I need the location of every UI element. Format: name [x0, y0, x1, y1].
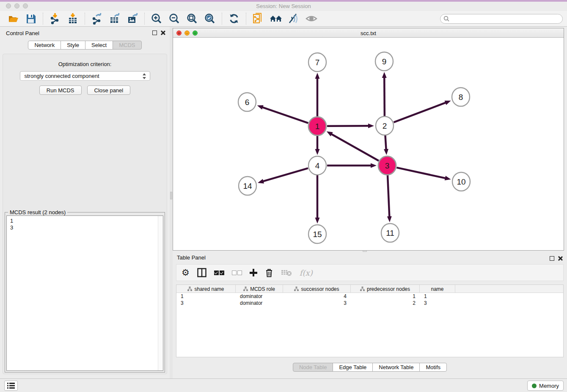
gear-icon[interactable]: ⚙	[182, 267, 190, 278]
mcds-result-box[interactable]: 13	[6, 215, 163, 371]
close-panel-icon[interactable]	[558, 256, 563, 261]
zoom-selected-icon[interactable]	[204, 12, 216, 25]
export-table-icon[interactable]	[108, 12, 121, 25]
tab-edge-table[interactable]: Edge Table	[333, 363, 373, 372]
refresh-network-icon[interactable]	[228, 12, 240, 25]
toolbar-separator	[43, 13, 43, 25]
edge-2-9[interactable]	[384, 77, 385, 116]
window-title: Session: New Session	[0, 3, 567, 9]
eye-icon[interactable]	[305, 12, 318, 25]
memory-button[interactable]: Memory	[527, 381, 564, 391]
export-image-icon[interactable]	[126, 12, 139, 25]
tab-network-table[interactable]: Network Table	[372, 363, 420, 372]
close-panel-button[interactable]: Close panel	[87, 86, 131, 95]
column-header-name[interactable]: name	[420, 285, 455, 293]
float-panel-icon[interactable]	[152, 30, 157, 35]
edge-arrow-2-3	[384, 149, 388, 155]
table-cell[interactable]: 3	[283, 300, 351, 306]
table-cell[interactable]: dominator	[236, 293, 283, 300]
table-cell[interactable]: 3	[420, 300, 455, 306]
edge-arrow-2-8	[445, 101, 451, 105]
column-header-successor-nodes[interactable]: successor nodes	[283, 285, 351, 293]
table-cell[interactable]: 3	[176, 300, 236, 306]
zoom-fit-icon[interactable]	[186, 12, 198, 25]
application-window: Session: New Session	[0, 0, 567, 392]
edge-1-6[interactable]	[261, 107, 308, 123]
edge-arrow-2-9	[382, 72, 387, 78]
edge-2-8[interactable]	[394, 102, 447, 122]
optimization-criterion-label: Optimization criterion:	[3, 61, 167, 67]
column-header-predecessor-nodes[interactable]: predecessor nodes	[351, 285, 420, 293]
edge-4-14[interactable]	[262, 168, 308, 182]
column-header-mcds-role[interactable]: MCDS role	[236, 285, 283, 293]
tab-network[interactable]: Network	[28, 41, 61, 50]
mcds-panel: Optimization criterion: strongly connect…	[3, 54, 167, 374]
node-label-8: 8	[459, 93, 463, 102]
delete-column-icon[interactable]	[281, 267, 292, 278]
export-network-icon[interactable]	[91, 12, 103, 25]
tab-select[interactable]: Select	[85, 41, 113, 50]
status-bar: Memory	[0, 378, 567, 392]
columns-icon[interactable]	[197, 267, 206, 278]
table-cell[interactable]: 1	[420, 293, 455, 300]
edge-arrow-3-1	[327, 131, 333, 136]
vertical-splitter[interactable]	[170, 27, 173, 378]
network-window-titlebar[interactable]: ✕ − + scc.txt	[173, 28, 564, 38]
import-network-icon[interactable]	[49, 12, 61, 25]
edge-3-10[interactable]	[396, 168, 446, 178]
mcds-result-lines: 13	[7, 216, 163, 231]
search-input[interactable]	[440, 14, 563, 24]
column-label: predecessor nodes	[367, 286, 410, 292]
import-table-icon[interactable]	[66, 12, 79, 25]
optimization-criterion-select[interactable]: strongly connected component	[20, 71, 150, 81]
tab-motifs[interactable]: Motifs	[419, 363, 447, 372]
close-panel-icon[interactable]	[160, 30, 165, 35]
table-header-row: shared nameMCDS rolesuccessor nodesprede…	[176, 285, 563, 293]
save-session-icon[interactable]	[25, 12, 37, 25]
first-neighbors-icon[interactable]	[270, 12, 282, 25]
column-header-shared-name[interactable]: shared name	[176, 285, 236, 293]
deselect-all-icon[interactable]	[232, 267, 242, 278]
run-mcds-button[interactable]: Run MCDS	[39, 86, 82, 95]
select-all-icon[interactable]	[214, 267, 224, 278]
zoom-in-icon[interactable]	[150, 12, 163, 25]
titlebar-accent-strip	[0, 0, 567, 2]
edge-3-1[interactable]	[330, 134, 379, 161]
add-icon[interactable]	[250, 267, 257, 278]
result-scrollbar[interactable]	[158, 216, 163, 370]
node-label-10: 10	[457, 177, 465, 186]
trash-icon[interactable]	[265, 267, 273, 278]
table-row[interactable]: 1dominator411	[176, 293, 563, 300]
edge-2-3[interactable]	[385, 135, 386, 150]
network-canvas[interactable]: 7968124314101511	[173, 38, 564, 250]
network-graph: 7968124314101511	[173, 38, 564, 250]
table-cell[interactable]: 1	[351, 293, 420, 300]
tree-icon	[187, 287, 192, 291]
node-label-7: 7	[315, 58, 320, 67]
table-cell[interactable]: 1	[176, 293, 236, 300]
node-label-2: 2	[383, 121, 387, 130]
function-icon[interactable]: f(x)	[300, 267, 313, 278]
zoom-out-icon[interactable]	[168, 12, 181, 25]
table-cell[interactable]: 4	[283, 293, 351, 300]
edge-3-11[interactable]	[388, 175, 389, 218]
task-history-button[interactable]	[4, 381, 18, 391]
node-label-11: 11	[386, 229, 394, 237]
node-label-6: 6	[245, 98, 250, 107]
clone-network-icon[interactable]	[252, 12, 264, 25]
float-panel-icon[interactable]	[550, 256, 554, 261]
tab-node-table[interactable]: Node Table	[293, 363, 333, 372]
splitter-grip[interactable]	[170, 192, 172, 199]
megaphone-icon[interactable]	[287, 12, 300, 25]
table-row[interactable]: 3dominator323	[176, 300, 563, 306]
list-icon	[7, 383, 15, 389]
table-cell[interactable]: 2	[351, 300, 420, 306]
edge-1-2[interactable]	[327, 126, 369, 126]
table-cell[interactable]: dominator	[236, 300, 283, 306]
node-label-15: 15	[313, 230, 322, 239]
criterion-value: strongly connected component	[25, 73, 99, 79]
tab-mcds[interactable]: MCDS	[113, 41, 141, 50]
edge-arrow-3-10	[445, 176, 451, 180]
open-session-icon[interactable]	[7, 12, 19, 25]
tab-style[interactable]: Style	[61, 41, 85, 50]
